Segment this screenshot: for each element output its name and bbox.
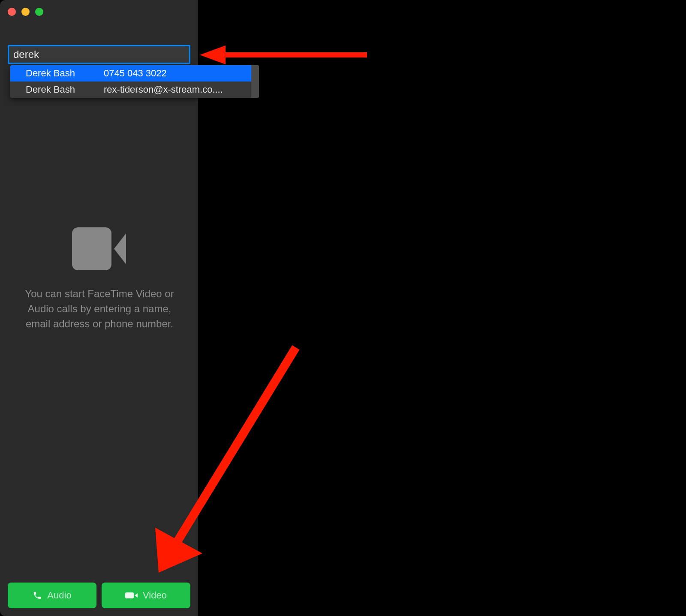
zoom-window-button[interactable] xyxy=(35,8,43,16)
autocomplete-item-name: Derek Bash xyxy=(26,68,104,79)
phone-icon xyxy=(33,591,42,600)
autocomplete-item[interactable]: Derek Bashrex-tiderson@x-stream.co.... xyxy=(10,82,259,98)
audio-call-button[interactable]: Audio xyxy=(8,583,96,608)
video-call-label: Video xyxy=(143,590,167,601)
autocomplete-item-contact: rex-tiderson@x-stream.co.... xyxy=(104,84,253,95)
audio-call-label: Audio xyxy=(47,590,71,601)
window-controls xyxy=(8,8,43,16)
autocomplete-item-contact: 0745 043 3022 xyxy=(104,68,253,79)
video-icon xyxy=(125,592,138,598)
close-window-button[interactable] xyxy=(8,8,16,16)
dropdown-scrollbar[interactable] xyxy=(251,65,259,98)
app-window: You can start FaceTime Video or Audio ca… xyxy=(0,0,686,616)
empty-state-hint: You can start FaceTime Video or Audio ca… xyxy=(18,287,181,331)
video-call-button[interactable]: Video xyxy=(102,583,190,608)
facetime-icon xyxy=(72,227,127,270)
call-buttons-row: Audio Video xyxy=(8,583,190,608)
autocomplete-item[interactable]: Derek Bash0745 043 3022 xyxy=(10,65,259,82)
autocomplete-item-name: Derek Bash xyxy=(26,84,104,95)
search-field-wrap xyxy=(8,45,190,64)
minimize-window-button[interactable] xyxy=(21,8,30,16)
autocomplete-dropdown: Derek Bash0745 043 3022Derek Bashrex-tid… xyxy=(10,65,259,98)
contact-search-input[interactable] xyxy=(8,45,190,64)
